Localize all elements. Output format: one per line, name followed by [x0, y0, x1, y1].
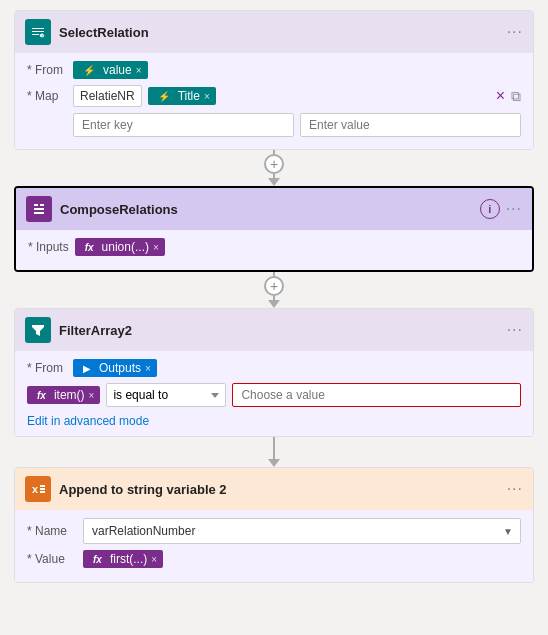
condition-row: fx item() × is equal to	[27, 383, 521, 407]
value-label: * Value	[27, 552, 77, 566]
from-label: * From	[27, 63, 67, 77]
inputs-label: * Inputs	[28, 240, 69, 254]
append-string-dots[interactable]: ···	[507, 480, 523, 498]
append-string-actions: ···	[507, 480, 523, 498]
advanced-mode-link[interactable]: Edit in advanced mode	[27, 414, 149, 428]
connector-3	[268, 437, 280, 467]
from-value-token[interactable]: ⚡ value ×	[73, 61, 148, 79]
from-token-close[interactable]: ×	[136, 65, 142, 76]
choose-value-input[interactable]	[232, 383, 521, 407]
connector-line-3	[273, 437, 275, 459]
connector-1: +	[264, 150, 284, 186]
filter-array-dots[interactable]: ···	[507, 321, 523, 339]
svg-text:✓: ✓	[41, 33, 44, 38]
value-token-text: first(...)	[110, 552, 147, 566]
info-button[interactable]: i	[480, 199, 500, 219]
map-label: * Map	[27, 89, 67, 103]
advanced-link-row: Edit in advanced mode	[27, 413, 521, 428]
select-relation-actions: ···	[507, 23, 523, 41]
plus-icon-2: +	[270, 278, 278, 294]
compose-relations-icon	[26, 196, 52, 222]
name-row: * Name varRelationNumber ▼	[27, 518, 521, 544]
flow-container: ✓ SelectRelation ··· * From ⚡ value × * …	[10, 10, 538, 583]
value-fx-icon: fx	[89, 553, 106, 566]
condition-select[interactable]: is equal to	[106, 383, 226, 407]
filter-from-row: * From ▶ Outputs ×	[27, 359, 521, 377]
compose-relations-dots[interactable]: ···	[506, 200, 522, 218]
map-key-value: RelatieNR	[73, 85, 142, 107]
connector-2: +	[264, 272, 284, 308]
value-row: * Value fx first(...) ×	[27, 550, 521, 568]
name-select-wrapper: varRelationNumber ▼	[83, 518, 521, 544]
compose-relations-header: ComposeRelations i ···	[16, 188, 532, 230]
append-string-card: x Append to string variable 2 ··· * Name…	[14, 467, 534, 583]
filter-from-text: Outputs	[99, 361, 141, 375]
value-token[interactable]: fx first(...) ×	[83, 550, 163, 568]
add-step-1[interactable]: +	[264, 154, 284, 174]
value-token-close[interactable]: ×	[151, 554, 157, 565]
select-relation-card: ✓ SelectRelation ··· * From ⚡ value × * …	[14, 10, 534, 150]
map-header-row: * Map RelatieNR ⚡ Title × × ⧉	[27, 85, 521, 107]
name-label: * Name	[27, 524, 77, 538]
filter-from-close[interactable]: ×	[145, 363, 151, 374]
filter-array-title: FilterArray2	[59, 323, 499, 338]
select-relation-body: * From ⚡ value × * Map RelatieNR ⚡ Title…	[15, 53, 533, 149]
filter-array-card: FilterArray2 ··· * From ▶ Outputs × fx i…	[14, 308, 534, 437]
item-fx-icon: fx	[33, 389, 50, 402]
filter-array-actions: ···	[507, 321, 523, 339]
map-title-icon: ⚡	[154, 90, 174, 103]
compose-relations-title: ComposeRelations	[60, 202, 472, 217]
name-select[interactable]: varRelationNumber	[83, 518, 521, 544]
item-token-text: item()	[54, 388, 85, 402]
inputs-row: * Inputs fx union(...) ×	[28, 238, 520, 256]
from-token-icon: ⚡	[79, 64, 99, 77]
from-row: * From ⚡ value ×	[27, 61, 521, 79]
inputs-fx-icon: fx	[81, 241, 98, 254]
add-step-2[interactable]: +	[264, 276, 284, 296]
item-token[interactable]: fx item() ×	[27, 386, 100, 404]
copy-icon[interactable]: ⧉	[511, 88, 521, 105]
arrow-1	[268, 178, 280, 186]
append-string-title: Append to string variable 2	[59, 482, 499, 497]
enter-value-input[interactable]	[300, 113, 521, 137]
filter-from-label: * From	[27, 361, 67, 375]
map-value-row	[27, 113, 521, 137]
enter-key-input[interactable]	[73, 113, 294, 137]
inputs-token[interactable]: fx union(...) ×	[75, 238, 165, 256]
filter-from-token[interactable]: ▶ Outputs ×	[73, 359, 157, 377]
compose-relations-actions: i ···	[480, 199, 522, 219]
compose-relations-card: ComposeRelations i ··· * Inputs fx union…	[14, 186, 534, 272]
filter-array-header: FilterArray2 ···	[15, 309, 533, 351]
arrow-3	[268, 459, 280, 467]
arrow-2	[268, 300, 280, 308]
compose-relations-body: * Inputs fx union(...) ×	[16, 230, 532, 270]
select-relation-title: SelectRelation	[59, 25, 499, 40]
map-title-text: Title	[178, 89, 200, 103]
info-icon: i	[488, 203, 491, 215]
filter-array-icon	[25, 317, 51, 343]
inputs-token-close[interactable]: ×	[153, 242, 159, 253]
outputs-icon: ▶	[79, 362, 95, 375]
from-token-text: value	[103, 63, 132, 77]
append-string-icon: x	[25, 476, 51, 502]
append-string-header: x Append to string variable 2 ···	[15, 468, 533, 510]
map-title-token[interactable]: ⚡ Title ×	[148, 87, 216, 105]
plus-icon-1: +	[270, 156, 278, 172]
append-string-body: * Name varRelationNumber ▼ * Value fx fi…	[15, 510, 533, 582]
select-relation-icon: ✓	[25, 19, 51, 45]
select-relation-dots[interactable]: ···	[507, 23, 523, 41]
svg-text:x: x	[32, 483, 39, 495]
map-title-close[interactable]: ×	[204, 91, 210, 102]
item-token-close[interactable]: ×	[89, 390, 95, 401]
map-delete-btn[interactable]: ×	[496, 87, 505, 105]
select-relation-header: ✓ SelectRelation ···	[15, 11, 533, 53]
filter-array-body: * From ▶ Outputs × fx item() × is equal …	[15, 351, 533, 436]
inputs-token-text: union(...)	[102, 240, 149, 254]
